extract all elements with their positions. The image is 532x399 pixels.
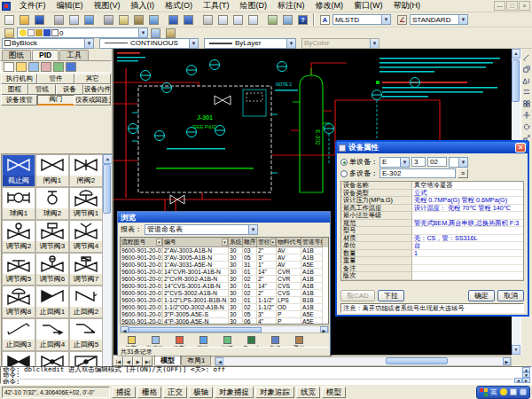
ok-button[interactable]: 确定 — [468, 290, 495, 301]
open-icon[interactable] — [17, 13, 32, 27]
scrollbar-thumb[interactable] — [386, 357, 448, 364]
palette-tab[interactable]: 工具 — [59, 50, 89, 60]
copy-icon[interactable] — [521, 64, 532, 74]
palette-item[interactable]: 止回阀2 — [69, 286, 103, 318]
offset-icon[interactable] — [521, 87, 532, 98]
table-row[interactable]: 9600-901-20-012"AV-3003-A1B-N30032"AVA1B — [121, 247, 328, 254]
multi-device-field[interactable]: E-302 — [379, 168, 456, 178]
menu-item[interactable]: 文件(F) — [14, 0, 51, 12]
report-combo[interactable]: 管道命名表 ▼ — [145, 224, 258, 235]
language-toggle[interactable]: 英 — [490, 388, 497, 396]
spell-check-icon[interactable] — [82, 13, 97, 27]
chevron-down-icon[interactable]: ▼ — [189, 39, 198, 48]
palette-item[interactable]: 截止阀 — [2, 154, 35, 187]
table-row[interactable]: 9600-901-20-011-1/2"OD-3002-A1B-N30021-1… — [121, 304, 328, 311]
palette-item[interactable]: 调节阀2 — [2, 220, 35, 253]
suffix-combo[interactable]: ▼ — [449, 157, 468, 168]
table-row[interactable]: 9600-901-20-011-1/2"LPS-3001-B1B-N30011-… — [121, 297, 328, 304]
column-header[interactable]: 流程图号▼ — [121, 238, 163, 247]
status-toggle[interactable]: 捕捉 — [112, 387, 136, 398]
palette-item[interactable]: 球阀1 — [2, 187, 35, 220]
keyboard-icon[interactable] — [510, 388, 517, 395]
scroll-up-icon[interactable]: ▲ — [103, 154, 113, 164]
moon-icon[interactable] — [500, 388, 507, 395]
category-button[interactable]: 管件 — [37, 74, 74, 84]
menu-item[interactable]: 编辑(E) — [51, 0, 89, 12]
minimize-button[interactable]: — — [494, 1, 505, 11]
chevron-down-icon[interactable]: ▼ — [458, 158, 467, 167]
table-row[interactable]: 9600-901-20-013"AV-3005-A1B-N30053"AVA1B — [121, 254, 328, 262]
zoom-window-icon[interactable] — [231, 13, 246, 27]
column-header[interactable]: 编号▼ — [163, 238, 229, 247]
plot-icon[interactable] — [51, 13, 66, 27]
palette-item[interactable]: 闸阀2 — [69, 154, 103, 187]
column-header[interactable]: 系统▼ — [229, 238, 243, 247]
menu-item[interactable]: 视图(V) — [89, 0, 126, 12]
first-tab-icon[interactable]: |◀ — [113, 356, 123, 366]
category-button[interactable]: 管线 — [28, 84, 56, 95]
command-mini-scroll[interactable]: ◀ ▶ — [514, 378, 530, 383]
palette-item[interactable]: 调节阀6 — [35, 253, 69, 286]
dialog-title-bar[interactable]: 设备属性 ✕ — [337, 142, 528, 153]
library-icon[interactable] — [53, 62, 64, 72]
zoom-realtime-icon[interactable] — [215, 13, 231, 27]
table-row[interactable]: 9600-901-20-012"CVR-3002-A1B-N30022"CVRA… — [121, 276, 328, 283]
multi-device-radio[interactable] — [340, 170, 348, 177]
paste-icon[interactable] — [131, 13, 146, 27]
palette-item[interactable]: 调节阀1 — [69, 187, 103, 220]
table-row[interactable]: 9600-901-20-0114"CVS-3001-A1B-N300114"CV… — [121, 283, 328, 290]
last-tab-icon[interactable]: ▶| — [143, 356, 153, 366]
redo-icon[interactable] — [181, 13, 196, 27]
column-header[interactable]: 顺序▼ — [243, 238, 257, 247]
erase-icon[interactable] — [521, 52, 532, 63]
undo-icon[interactable] — [166, 13, 181, 27]
ime-bar[interactable]: 英 — [476, 386, 530, 399]
device-class-combo[interactable]: E ▼ — [379, 157, 410, 168]
status-toggle[interactable]: 对象追踪 — [255, 387, 294, 398]
scroll-right-icon[interactable]: ▶ — [320, 326, 328, 332]
new-file-icon[interactable] — [2, 13, 17, 27]
drawing-hscrollbar[interactable]: ◀ ▶ — [215, 356, 512, 366]
category-button[interactable]: 设备 — [56, 84, 83, 95]
edit-icon[interactable] — [28, 62, 39, 72]
table-hscrollbar[interactable]: ◀ ▶ — [120, 325, 329, 333]
scrollbar-thumb[interactable] — [103, 164, 111, 214]
table-row[interactable]: 9600-901-20-013"P-3005-A5E-S30053"PA5E — [121, 311, 328, 318]
linetype-combo[interactable]: CONTINUOUS ▼ — [99, 38, 199, 49]
properties-icon[interactable] — [280, 13, 295, 27]
column-header[interactable]: 物料代号▼ — [277, 238, 301, 247]
save-icon[interactable] — [66, 62, 76, 72]
close-icon[interactable]: ✕ — [515, 143, 526, 153]
scroll-right-icon[interactable]: ▶ — [522, 378, 530, 383]
category-button[interactable]: 执行机构 — [1, 74, 37, 84]
palette-item[interactable]: 止回阀1 — [35, 286, 69, 318]
designcenter-icon[interactable] — [265, 13, 280, 27]
save-icon[interactable] — [32, 13, 47, 27]
color-combo[interactable]: ByBlock ▼ — [2, 38, 94, 49]
new-icon[interactable] — [4, 62, 14, 72]
scroll-left-icon[interactable]: ◀ — [121, 326, 129, 332]
table-row[interactable]: 9600-901-20-012"CVS-3002-A1B-N30022"CVSA… — [121, 290, 328, 297]
input-method-logo-icon[interactable] — [480, 388, 488, 396]
status-toggle[interactable]: 模型 — [322, 387, 346, 398]
rotate-icon[interactable] — [521, 121, 532, 132]
lineweight-combo[interactable]: ByLayer ▼ — [204, 38, 296, 49]
scrollbar-thumb[interactable] — [512, 59, 520, 102]
table-row[interactable]: 9600-901-20-011"AV-3031-A5E-N30311"AVA5E — [121, 262, 328, 269]
scroll-left-icon[interactable]: ◀ — [215, 357, 223, 365]
menu-item[interactable]: 工具(T) — [198, 0, 235, 12]
menu-item[interactable]: 标注(N) — [272, 0, 310, 12]
chevron-down-icon[interactable]: ▼ — [381, 15, 390, 24]
category-button[interactable]: 设备内件 — [83, 84, 111, 95]
table-row[interactable]: 9600-901-20-014"P-3006-A5E-N30064"PA5E — [121, 318, 328, 325]
chevron-down-icon[interactable]: ▼ — [138, 28, 147, 37]
palette-item[interactable]: 球阀2 — [35, 187, 69, 220]
settings-icon[interactable] — [520, 388, 527, 395]
status-toggle[interactable]: 正交 — [163, 387, 187, 398]
palette-item[interactable]: 止回阀3 — [2, 318, 35, 351]
palette-tab[interactable]: 图纸 — [2, 50, 31, 60]
table-row[interactable]: 9600-901-20-0114"CVR-3001-A1B-N300114"CV… — [121, 269, 328, 276]
command-line[interactable]: 命令: dblclkedit 进入双击编辑模式 [开(ON)/关(OFF)] <… — [0, 366, 532, 384]
browse-title-bar[interactable]: 浏览 — [118, 212, 330, 223]
menu-item[interactable]: 帮助(H) — [388, 0, 426, 12]
